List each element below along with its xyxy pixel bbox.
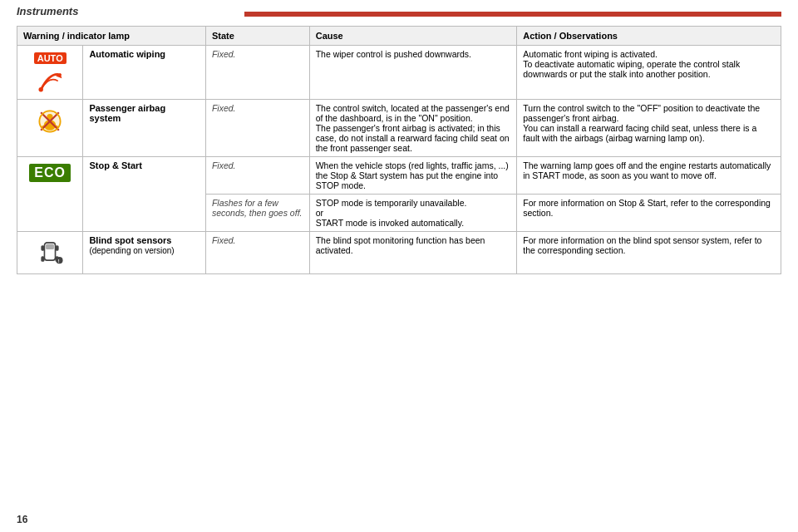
airbag-icon bbox=[35, 106, 65, 136]
blind-spot-icon: ! bbox=[35, 239, 65, 268]
action-airbag: Turn the control switch to the "OFF" pos… bbox=[517, 100, 781, 157]
svg-text:!: ! bbox=[58, 259, 60, 264]
state-blind-spot: Fixed. bbox=[205, 232, 309, 274]
svg-rect-11 bbox=[46, 244, 54, 250]
warning-name-blind-spot: Blind spot sensors (depending on version… bbox=[83, 232, 205, 274]
state-airbag: Fixed. bbox=[205, 100, 309, 157]
icon-cell-airbag bbox=[17, 100, 83, 157]
svg-rect-13 bbox=[56, 245, 59, 251]
col-header-warning: Warning / indicator lamp bbox=[17, 27, 206, 46]
table-row: ! Blind spot sensors (depending on versi… bbox=[17, 232, 781, 274]
icon-cell-eco: ECO bbox=[17, 157, 83, 232]
state-stop-start-2: Flashes for a few seconds, then goes off… bbox=[205, 195, 309, 232]
warning-name-auto-wiper: Automatic wiping bbox=[83, 46, 205, 100]
header-accent-bar bbox=[244, 12, 781, 17]
cause-blind-spot: The blind spot monitoring function has b… bbox=[309, 232, 517, 274]
cause-stop-start-1: When the vehicle stops (red lights, traf… bbox=[309, 157, 517, 195]
action-auto-wiper: Automatic front wiping is activated. To … bbox=[517, 46, 781, 100]
icon-cell-blind-spot: ! bbox=[17, 232, 83, 274]
cause-stop-start-2: STOP mode is temporarily unavailable. or… bbox=[309, 195, 517, 232]
icon-cell-auto-wiper: AUTO bbox=[17, 46, 83, 100]
svg-point-0 bbox=[39, 87, 43, 91]
auto-label: AUTO bbox=[34, 52, 66, 64]
cause-auto-wiper: The wiper control is pushed downwards. bbox=[309, 46, 517, 100]
cause-airbag: The control switch, located at the passe… bbox=[309, 100, 517, 157]
svg-rect-12 bbox=[42, 245, 45, 251]
state-stop-start-1: Fixed. bbox=[205, 157, 309, 195]
table-row: Passenger airbag system Fixed. The contr… bbox=[17, 100, 781, 157]
state-auto-wiper: Fixed. bbox=[205, 46, 309, 100]
table-header-row: Warning / indicator lamp State Cause Act… bbox=[17, 27, 781, 46]
action-stop-start-1: The warning lamp goes off and the engine… bbox=[517, 157, 781, 195]
wiper-icon bbox=[35, 66, 65, 96]
svg-rect-14 bbox=[42, 256, 45, 262]
action-blind-spot: For more information on the blind spot s… bbox=[517, 232, 781, 274]
page-wrapper: Warning / indicator lamp State Cause Act… bbox=[0, 22, 798, 278]
instruments-table: Warning / indicator lamp State Cause Act… bbox=[17, 26, 781, 274]
table-row: ECO Stop & Start Fixed. When the vehicle… bbox=[17, 157, 781, 195]
page-title: Instruments bbox=[17, 5, 78, 17]
action-stop-start-2: For more information on Stop & Start, re… bbox=[517, 195, 781, 232]
warning-name-stop-start: Stop & Start bbox=[83, 157, 205, 232]
page-number: 16 bbox=[17, 514, 27, 525]
col-header-state: State bbox=[205, 27, 309, 46]
table-row: AUTO Automatic wiping Fixed. T bbox=[17, 46, 781, 100]
page-header: Instruments bbox=[0, 0, 798, 22]
col-header-action: Action / Observations bbox=[517, 27, 781, 46]
auto-wiper-icon-wrapper: AUTO bbox=[23, 52, 76, 96]
col-header-cause: Cause bbox=[309, 27, 517, 46]
warning-name-airbag: Passenger airbag system bbox=[83, 100, 205, 157]
eco-icon: ECO bbox=[29, 164, 71, 182]
